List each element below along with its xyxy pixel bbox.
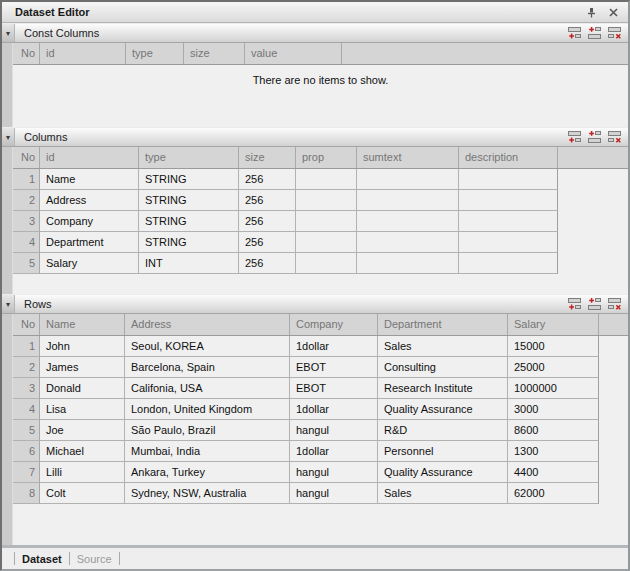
data-cell[interactable]: Mumbai, India bbox=[125, 441, 290, 462]
data-cell[interactable]: 4400 bbox=[508, 462, 599, 483]
column-header[interactable]: type bbox=[126, 43, 184, 64]
row-number-cell[interactable]: 8 bbox=[13, 483, 40, 504]
add-row-icon[interactable] bbox=[567, 297, 582, 311]
row-number-cell[interactable]: 2 bbox=[13, 357, 40, 378]
data-cell[interactable] bbox=[459, 169, 558, 190]
data-cell[interactable]: Lisa bbox=[40, 399, 125, 420]
data-cell[interactable] bbox=[296, 211, 357, 232]
data-cell[interactable] bbox=[357, 211, 459, 232]
data-cell[interactable]: STRING bbox=[139, 190, 239, 211]
insert-row-icon[interactable] bbox=[587, 26, 602, 40]
data-cell[interactable]: Sales bbox=[378, 483, 508, 504]
data-cell[interactable]: Califonia, USA bbox=[125, 378, 290, 399]
column-header[interactable]: Department bbox=[378, 314, 508, 335]
data-cell[interactable]: Address bbox=[40, 190, 139, 211]
data-cell[interactable]: INT bbox=[139, 253, 239, 274]
data-cell[interactable]: hangul bbox=[290, 420, 378, 441]
data-cell[interactable]: Sydney, NSW, Australia bbox=[125, 483, 290, 504]
data-cell[interactable]: 256 bbox=[239, 211, 296, 232]
data-cell[interactable]: Personnel bbox=[378, 441, 508, 462]
data-cell[interactable]: 256 bbox=[239, 232, 296, 253]
insert-row-icon[interactable] bbox=[587, 130, 602, 144]
data-cell[interactable]: hangul bbox=[290, 483, 378, 504]
data-cell[interactable]: 256 bbox=[239, 190, 296, 211]
column-header[interactable]: id bbox=[40, 147, 139, 168]
data-cell[interactable]: 1dollar bbox=[290, 399, 378, 420]
data-cell[interactable]: STRING bbox=[139, 232, 239, 253]
add-row-icon[interactable] bbox=[567, 130, 582, 144]
data-cell[interactable]: 256 bbox=[239, 253, 296, 274]
column-header[interactable]: Company bbox=[290, 314, 378, 335]
row-number-cell[interactable]: 4 bbox=[13, 399, 40, 420]
collapse-toggle-icon[interactable]: ▾ bbox=[2, 295, 15, 313]
column-header[interactable]: Name bbox=[40, 314, 125, 335]
data-cell[interactable]: Lilli bbox=[40, 462, 125, 483]
column-header[interactable]: type bbox=[139, 147, 239, 168]
data-cell[interactable]: Michael bbox=[40, 441, 125, 462]
column-header[interactable]: id bbox=[40, 43, 126, 64]
pin-icon[interactable] bbox=[585, 6, 598, 19]
row-number-cell[interactable]: 2 bbox=[13, 190, 40, 211]
column-header[interactable]: sumtext bbox=[357, 147, 459, 168]
data-cell[interactable]: Donald bbox=[40, 378, 125, 399]
column-header[interactable]: value bbox=[245, 43, 342, 64]
row-number-cell[interactable]: 5 bbox=[13, 253, 40, 274]
data-cell[interactable]: 256 bbox=[239, 169, 296, 190]
data-cell[interactable]: Seoul, KOREA bbox=[125, 336, 290, 357]
data-cell[interactable] bbox=[459, 190, 558, 211]
data-cell[interactable]: Quality Assurance bbox=[378, 399, 508, 420]
column-header[interactable]: Salary bbox=[508, 314, 599, 335]
data-cell[interactable]: EBOT bbox=[290, 378, 378, 399]
data-cell[interactable] bbox=[296, 253, 357, 274]
row-number-cell[interactable]: 5 bbox=[13, 420, 40, 441]
column-header[interactable]: Address bbox=[125, 314, 290, 335]
column-header[interactable]: prop bbox=[296, 147, 357, 168]
data-cell[interactable]: 62000 bbox=[508, 483, 599, 504]
data-cell[interactable]: hangul bbox=[290, 462, 378, 483]
row-number-cell[interactable]: 7 bbox=[13, 462, 40, 483]
tab-source[interactable]: Source bbox=[77, 553, 112, 565]
data-cell[interactable]: Research Institute bbox=[378, 378, 508, 399]
row-number-cell[interactable]: 1 bbox=[13, 169, 40, 190]
delete-row-icon[interactable] bbox=[607, 130, 622, 144]
data-cell[interactable]: Company bbox=[40, 211, 139, 232]
data-cell[interactable] bbox=[459, 232, 558, 253]
data-cell[interactable]: Salary bbox=[40, 253, 139, 274]
data-cell[interactable]: 1dollar bbox=[290, 336, 378, 357]
insert-row-icon[interactable] bbox=[587, 297, 602, 311]
column-header[interactable]: size bbox=[184, 43, 245, 64]
data-cell[interactable] bbox=[357, 253, 459, 274]
delete-row-icon[interactable] bbox=[607, 297, 622, 311]
data-cell[interactable]: Colt bbox=[40, 483, 125, 504]
data-cell[interactable]: Sales bbox=[378, 336, 508, 357]
row-number-cell[interactable]: 6 bbox=[13, 441, 40, 462]
data-cell[interactable]: R&D bbox=[378, 420, 508, 441]
data-cell[interactable]: 1000000 bbox=[508, 378, 599, 399]
data-cell[interactable]: John bbox=[40, 336, 125, 357]
data-cell[interactable]: Consulting bbox=[378, 357, 508, 378]
data-cell[interactable]: Department bbox=[40, 232, 139, 253]
data-cell[interactable]: 3000 bbox=[508, 399, 599, 420]
row-number-cell[interactable]: 3 bbox=[13, 211, 40, 232]
data-cell[interactable]: 1dollar bbox=[290, 441, 378, 462]
close-icon[interactable] bbox=[607, 6, 620, 19]
data-cell[interactable]: Quality Assurance bbox=[378, 462, 508, 483]
data-cell[interactable]: Barcelona, Spain bbox=[125, 357, 290, 378]
row-number-cell[interactable]: 4 bbox=[13, 232, 40, 253]
data-cell[interactable]: 8600 bbox=[508, 420, 599, 441]
data-cell[interactable]: 15000 bbox=[508, 336, 599, 357]
add-row-icon[interactable] bbox=[567, 26, 582, 40]
collapse-toggle-icon[interactable]: ▾ bbox=[2, 128, 15, 146]
collapse-toggle-icon[interactable]: ▾ bbox=[2, 24, 15, 42]
data-cell[interactable] bbox=[296, 169, 357, 190]
data-cell[interactable]: Joe bbox=[40, 420, 125, 441]
data-cell[interactable] bbox=[296, 232, 357, 253]
row-number-cell[interactable]: 1 bbox=[13, 336, 40, 357]
data-cell[interactable] bbox=[357, 190, 459, 211]
data-cell[interactable] bbox=[459, 211, 558, 232]
data-cell[interactable] bbox=[357, 169, 459, 190]
column-header[interactable]: description bbox=[459, 147, 558, 168]
data-cell[interactable] bbox=[357, 232, 459, 253]
data-cell[interactable] bbox=[459, 253, 558, 274]
data-cell[interactable] bbox=[296, 190, 357, 211]
